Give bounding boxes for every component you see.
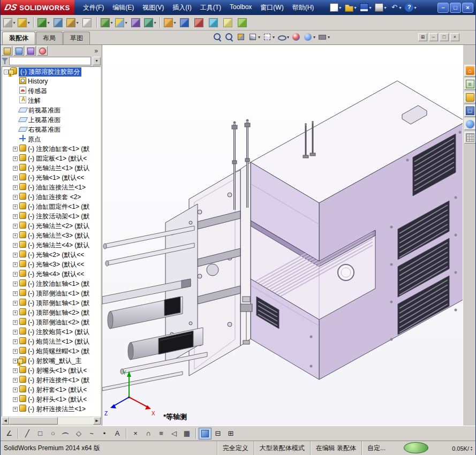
- smart-dimension-tool-button[interactable]: ∠: [3, 428, 16, 439]
- tree-item-24[interactable]: + (-) 顶部侧缸轴<2> (默: [2, 308, 100, 317]
- expand-toggle[interactable]: +: [13, 204, 18, 209]
- tree-item-32[interactable]: + (-) 射杆套<1> (默认<: [2, 385, 100, 395]
- menu-item-1[interactable]: 编辑(E): [108, 1, 138, 14]
- show-hidden-components-button[interactable]: [80, 16, 94, 29]
- scroll-right-button[interactable]: ▶: [93, 417, 101, 424]
- expand-toggle[interactable]: +: [13, 320, 18, 325]
- display-style-button[interactable]: ▾: [262, 32, 275, 42]
- expand-toggle[interactable]: +: [13, 243, 18, 248]
- dropdown-caret-icon[interactable]: ▾: [13, 20, 15, 25]
- expand-toggle[interactable]: +: [13, 407, 18, 412]
- tree-item-20[interactable]: + (-) 光轴<4> (默认<<: [2, 269, 100, 279]
- menu-item-3[interactable]: 插入(I): [168, 1, 195, 14]
- tree-item-8[interactable]: + (-) 固定板<1> (默认<: [2, 154, 100, 163]
- scroll-track[interactable]: [9, 417, 93, 424]
- help-button[interactable]: ?▾: [404, 3, 417, 12]
- explode-line-sketch-button[interactable]: [177, 16, 192, 29]
- doc-minimize-button[interactable]: –: [429, 33, 438, 41]
- expand-toggle[interactable]: +: [13, 253, 18, 257]
- offset-entities-tool-button[interactable]: ≡: [155, 428, 168, 439]
- save-button[interactable]: ▾: [359, 3, 372, 12]
- tree-root-collapse-toggle[interactable]: -: [4, 70, 9, 74]
- split-horizontal-tool-button[interactable]: ⊟: [211, 428, 224, 439]
- polygon-tool-button[interactable]: ◇: [72, 428, 85, 439]
- filter-input[interactable]: [9, 57, 91, 65]
- menu-item-0[interactable]: 文件(F): [79, 1, 108, 14]
- line-tool-button[interactable]: ╱: [21, 428, 34, 439]
- dropdown-caret-icon[interactable]: ▾: [154, 20, 156, 25]
- view-settings-button[interactable]: ▾: [317, 32, 330, 42]
- linear-pattern-tool-button[interactable]: ▦: [180, 428, 193, 439]
- view-palette-button[interactable]: □: [464, 105, 476, 117]
- custom-properties-button[interactable]: [464, 132, 476, 143]
- solidworks-resources-button[interactable]: ⌂: [464, 65, 476, 77]
- menu-item-7[interactable]: 帮助(H): [288, 1, 319, 14]
- minimize-button[interactable]: –: [437, 3, 449, 13]
- tree-item-34[interactable]: + (-) 射杆连接法兰<1>: [2, 404, 100, 414]
- linear-component-pattern-button[interactable]: ▾: [36, 16, 51, 29]
- doc-new-window-button[interactable]: ⊞: [418, 33, 427, 41]
- interference-detection-button[interactable]: [192, 16, 206, 29]
- tree-item-10[interactable]: + (-) 光轴<1> (默认<<: [2, 173, 100, 183]
- arc-tool-button[interactable]: (: [59, 428, 72, 439]
- file-explorer-button[interactable]: [464, 92, 476, 103]
- scroll-thumb[interactable]: [9, 417, 58, 424]
- dropdown-caret-icon[interactable]: ▾: [110, 20, 112, 25]
- graphics-area[interactable]: Y X Z *等轴测: [102, 45, 463, 426]
- expand-toggle[interactable]: +: [13, 214, 18, 219]
- displaymanager-tab-button[interactable]: [37, 46, 48, 56]
- insert-components-button[interactable]: ▾: [2, 16, 17, 29]
- expand-toggle[interactable]: +: [13, 330, 18, 335]
- reference-geometry-button[interactable]: ▾: [114, 16, 129, 29]
- tree-item-6[interactable]: 原点: [2, 134, 100, 144]
- expand-toggle[interactable]: +: [13, 166, 18, 171]
- edit-appearance-button[interactable]: [291, 32, 301, 42]
- tree-item-15[interactable]: + (-) 光轴法兰<2> (默认: [2, 221, 100, 231]
- expand-toggle[interactable]: +: [13, 195, 18, 200]
- performance-balloon-icon[interactable]: [404, 442, 428, 453]
- spline-tool-button[interactable]: ~: [85, 428, 98, 439]
- trim-entities-tool-button[interactable]: ×: [129, 428, 142, 439]
- undo-button[interactable]: ↶▾: [389, 3, 402, 12]
- dropdown-caret-icon[interactable]: ▾: [369, 5, 371, 10]
- open-button[interactable]: ▾: [344, 3, 357, 12]
- filter-dropdown-button[interactable]: ▾: [93, 57, 101, 65]
- expand-toggle[interactable]: +: [13, 176, 18, 180]
- expand-toggle[interactable]: +: [13, 349, 18, 354]
- expand-toggle[interactable]: +: [13, 301, 18, 306]
- dropdown-caret-icon[interactable]: ▾: [328, 35, 330, 40]
- expand-toggle[interactable]: +: [13, 291, 18, 296]
- menu-item-5[interactable]: Toolbox: [225, 1, 256, 14]
- mirror-entities-tool-button[interactable]: ◁: [168, 428, 180, 439]
- dropdown-caret-icon[interactable]: ▾: [273, 35, 275, 40]
- dropdown-caret-icon[interactable]: ▾: [47, 20, 49, 25]
- expand-toggle[interactable]: +: [13, 388, 18, 392]
- expand-toggle[interactable]: +: [13, 397, 18, 402]
- circle-tool-button[interactable]: ○: [47, 428, 59, 439]
- tree-item-18[interactable]: + (-) 光轴<2> (默认<<: [2, 250, 100, 260]
- dropdown-caret-icon[interactable]: ▾: [339, 5, 341, 10]
- expand-toggle[interactable]: +: [13, 156, 18, 161]
- mate-button[interactable]: ▾: [17, 16, 31, 29]
- expand-toggle[interactable]: +: [13, 310, 18, 315]
- dropdown-caret-icon[interactable]: ▾: [313, 35, 315, 40]
- assembly-xpert-button[interactable]: [221, 16, 235, 29]
- new-document-button[interactable]: ▾: [329, 3, 342, 12]
- configurationmanager-tab-button[interactable]: [25, 46, 36, 56]
- point-tool-button[interactable]: •: [98, 428, 111, 439]
- tree-item-3[interactable]: 前视基准面: [2, 105, 100, 115]
- doc-restore-button[interactable]: □: [440, 33, 449, 41]
- expand-toggle[interactable]: +: [13, 272, 18, 277]
- tab-布局[interactable]: 布局: [36, 32, 63, 44]
- tree-item-7[interactable]: + (-) 注胶油缸套<1> (默: [2, 144, 100, 154]
- tree-item-12[interactable]: + (-) 油缸连接套 <2>: [2, 192, 100, 202]
- assembly-features-button[interactable]: ▾: [100, 16, 114, 29]
- tab-草图[interactable]: 草图: [63, 32, 90, 44]
- zoom-area-button[interactable]: [224, 32, 235, 42]
- menu-item-2[interactable]: 视图(V): [138, 1, 168, 14]
- instant3d-button[interactable]: [235, 16, 250, 29]
- tree-item-1[interactable]: 传感器: [2, 86, 100, 96]
- dropdown-caret-icon[interactable]: ▾: [414, 5, 416, 10]
- tree-item-23[interactable]: + (-) 顶部侧缸轴<1> (默: [2, 298, 100, 308]
- tree-item-30[interactable]: + (-) 射嘴头<1> (默认<: [2, 366, 100, 375]
